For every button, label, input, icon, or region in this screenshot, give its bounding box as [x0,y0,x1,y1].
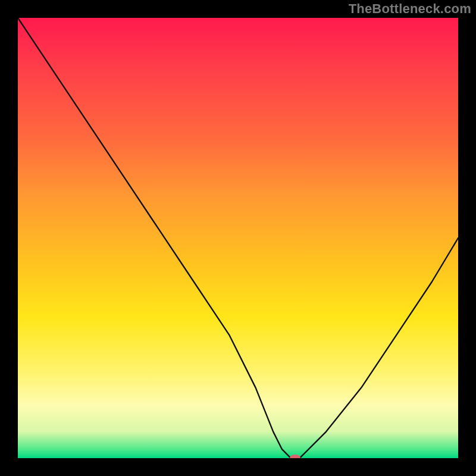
curve-svg [18,18,458,458]
watermark-text: TheBottleneck.com [349,1,471,17]
optimal-marker [290,455,300,458]
bottleneck-curve [18,18,458,458]
plot-area [18,18,458,458]
chart-frame: TheBottleneck.com [0,0,476,476]
